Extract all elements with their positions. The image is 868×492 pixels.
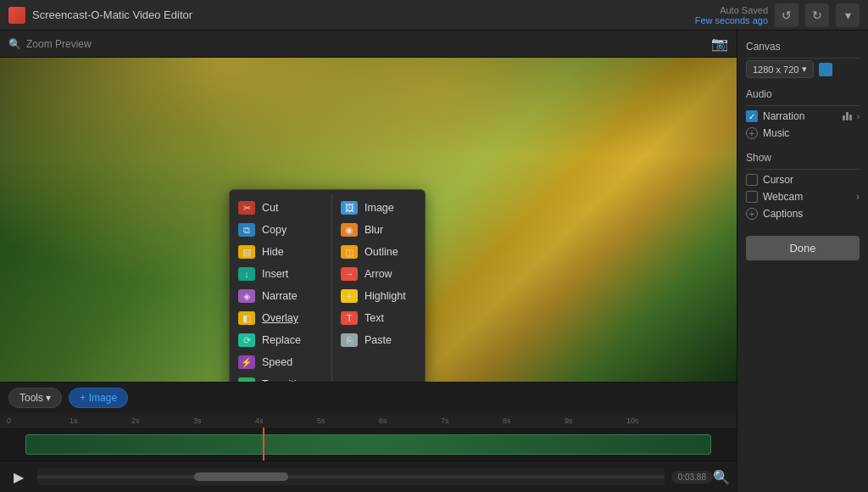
done-button[interactable]: Done: [746, 236, 860, 260]
show-section-label: Show: [746, 152, 860, 164]
narrate-icon: ◈: [238, 289, 255, 303]
canvas-color-picker[interactable]: [819, 63, 832, 76]
scrollbar-thumb[interactable]: [194, 472, 288, 481]
search-icon: 🔍: [8, 38, 21, 50]
menu-item-text[interactable]: T Text: [332, 307, 425, 329]
captions-item[interactable]: + Captions: [746, 205, 860, 222]
menu-item-copy[interactable]: ⧉ Copy: [230, 219, 331, 241]
canvas-resolution-select[interactable]: 1280 x 720 ▾: [746, 60, 814, 78]
titlebar-right: Auto Saved Few seconds ago ↺ ↻ ▾: [695, 3, 860, 27]
preview-toolbar: 🔍 Zoom Preview 📷: [0, 31, 737, 58]
webcam-expand-icon[interactable]: ›: [856, 191, 860, 203]
ruler-tick-0: 0: [7, 417, 11, 425]
tools-button[interactable]: Tools ▾: [8, 388, 62, 408]
zoom-preview-label: Zoom Preview: [26, 38, 92, 50]
menu-item-narrate[interactable]: ◈ Narrate: [230, 285, 331, 307]
app-title: Screencast-O-Matic Video Editor: [32, 8, 192, 21]
timeline-track[interactable]: [0, 427, 737, 461]
blur-label: Blur: [364, 224, 383, 236]
menu-item-speed[interactable]: ⚡ Speed: [230, 351, 331, 373]
autosave-info: Auto Saved Few seconds ago: [695, 5, 768, 25]
narration-item: ✓ Narration ›: [746, 108, 860, 125]
editor-area: 🔍 Zoom Preview 📷 ✂ Cut: [0, 31, 737, 492]
ruler-tick-3: 3s: [193, 417, 202, 425]
webcam-checkbox[interactable]: [746, 191, 758, 203]
narration-checkbox[interactable]: ✓: [746, 110, 758, 122]
menu-item-cut[interactable]: ✂ Cut: [230, 197, 331, 219]
overlay-icon: ◧: [238, 311, 255, 325]
insert-icon: ↓: [238, 267, 255, 281]
highlight-label: Highlight: [364, 290, 406, 302]
bar1: [843, 115, 845, 120]
ruler-tick-2: 2s: [131, 417, 140, 425]
menu-col-left: ✂ Cut ⧉ Copy ▤ Hide ↓ In: [230, 193, 331, 382]
paste-label: Paste: [364, 334, 392, 346]
copy-label: Copy: [262, 224, 287, 236]
autosave-label: Auto Saved: [695, 5, 768, 15]
speed-icon: ⚡: [238, 355, 255, 369]
cursor-checkbox[interactable]: [746, 174, 758, 186]
menu-item-overlay[interactable]: ◧ Overlay: [230, 307, 331, 329]
replace-icon: ⟳: [238, 333, 255, 347]
music-item[interactable]: + Music: [746, 125, 860, 142]
highlight-icon: +: [341, 289, 358, 303]
menu-item-paste[interactable]: ⎘ Paste: [332, 329, 425, 351]
menu-item-highlight[interactable]: + Highlight: [332, 285, 425, 307]
menu-item-image[interactable]: 🖼 Image: [332, 197, 425, 219]
menu-item-insert[interactable]: ↓ Insert: [230, 263, 331, 285]
ruler-tick-8: 8s: [503, 417, 511, 425]
menu-item-arrow[interactable]: → Arrow: [332, 263, 425, 285]
scrollbar-track: [37, 475, 665, 478]
timeline-scrollbar[interactable]: [37, 468, 665, 485]
captions-label: Captions: [763, 208, 803, 220]
autosave-time: Few seconds ago: [695, 15, 768, 25]
narration-label: Narration: [763, 110, 837, 122]
webcam-item: Webcam ›: [746, 188, 860, 205]
speed-label: Speed: [262, 356, 292, 368]
image-icon: 🖼: [341, 201, 358, 215]
app: Screencast-O-Matic Video Editor Auto Sav…: [0, 0, 868, 492]
show-divider: [746, 169, 860, 170]
play-button[interactable]: ▶: [7, 465, 31, 489]
music-label: Music: [763, 127, 789, 139]
add-image-button[interactable]: + Image: [69, 388, 128, 408]
cut-icon: ✂: [238, 201, 255, 215]
canvas-row: 1280 x 720 ▾: [746, 60, 860, 78]
playhead[interactable]: [263, 428, 264, 461]
replace-label: Replace: [262, 334, 301, 346]
ruler-tick-10: 10s: [626, 417, 639, 425]
menu-item-outline[interactable]: ◫ Outline: [332, 241, 425, 263]
menu-col-right: 🖼 Image ◉ Blur ◫ Outline →: [331, 193, 425, 382]
show-section: Show Cursor Webcam › + Captions: [746, 152, 860, 222]
canvas-section: Canvas 1280 x 720 ▾: [746, 41, 860, 78]
cursor-item: Cursor: [746, 171, 860, 188]
menu-item-blur[interactable]: ◉ Blur: [332, 219, 425, 241]
bar2: [846, 112, 849, 120]
video-preview[interactable]: ✂ Cut ⧉ Copy ▤ Hide ↓ In: [0, 58, 737, 382]
more-button[interactable]: ▾: [836, 3, 860, 27]
add-captions-icon: +: [746, 208, 758, 220]
app-icon: [8, 7, 25, 24]
hide-icon: ▤: [238, 245, 255, 259]
add-music-icon: +: [746, 127, 758, 139]
timeline-ruler: 0 1s 2s 3s 4s 5s 6s 7s 8s 9s 10s: [0, 413, 737, 427]
ruler-tick-5: 5s: [317, 417, 326, 425]
canvas-divider: [746, 58, 860, 59]
menu-item-transition[interactable]: ⇢ Transition: [230, 373, 331, 382]
audio-divider: [746, 105, 860, 106]
audio-section: Audio ✓ Narration › + Music: [746, 88, 860, 142]
ruler-tick-6: 6s: [379, 417, 387, 425]
cut-label: Cut: [262, 202, 278, 214]
timeline-area: Tools ▾ + Image 0 1s 2s 3s 4s 5s 6s 7s 8…: [0, 382, 737, 492]
search-icon-timeline[interactable]: 🔍: [713, 469, 730, 485]
main: 🔍 Zoom Preview 📷 ✂ Cut: [0, 31, 868, 492]
menu-item-replace[interactable]: ⟳ Replace: [230, 329, 331, 351]
text-icon: T: [341, 311, 358, 325]
arrow-label: Arrow: [364, 268, 392, 280]
undo-button[interactable]: ↺: [775, 3, 798, 27]
narration-expand-icon[interactable]: ›: [857, 112, 860, 121]
narration-bars: [843, 112, 852, 120]
screenshot-icon[interactable]: 📷: [711, 36, 728, 52]
menu-item-hide[interactable]: ▤ Hide: [230, 241, 331, 263]
redo-button[interactable]: ↻: [805, 3, 829, 27]
